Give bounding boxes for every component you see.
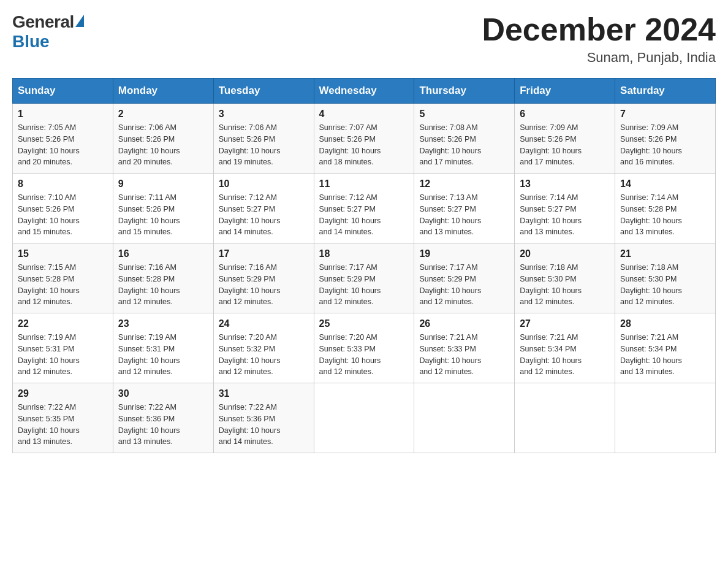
day-number: 1 <box>18 109 108 120</box>
col-sunday: Sunday <box>13 79 113 104</box>
table-row: 16 Sunrise: 7:16 AM Sunset: 5:28 PM Dayl… <box>113 243 213 313</box>
day-number: 31 <box>219 388 309 399</box>
day-info: Sunrise: 7:18 AM Sunset: 5:30 PM Dayligh… <box>520 262 610 308</box>
day-number: 4 <box>319 109 409 120</box>
day-info: Sunrise: 7:21 AM Sunset: 5:34 PM Dayligh… <box>620 332 710 378</box>
table-row: 27 Sunrise: 7:21 AM Sunset: 5:34 PM Dayl… <box>515 313 615 383</box>
day-info: Sunrise: 7:17 AM Sunset: 5:29 PM Dayligh… <box>419 262 509 308</box>
day-info: Sunrise: 7:16 AM Sunset: 5:28 PM Dayligh… <box>118 262 208 308</box>
table-row <box>515 383 615 453</box>
table-row: 30 Sunrise: 7:22 AM Sunset: 5:36 PM Dayl… <box>113 383 213 453</box>
table-row: 19 Sunrise: 7:17 AM Sunset: 5:29 PM Dayl… <box>414 243 515 313</box>
col-tuesday: Tuesday <box>213 79 314 104</box>
day-number: 27 <box>520 318 610 329</box>
day-number: 3 <box>219 109 309 120</box>
col-monday: Monday <box>113 79 213 104</box>
day-info: Sunrise: 7:05 AM Sunset: 5:26 PM Dayligh… <box>18 122 108 168</box>
day-info: Sunrise: 7:06 AM Sunset: 5:26 PM Dayligh… <box>118 122 208 168</box>
month-title: December 2024 <box>482 12 716 47</box>
day-info: Sunrise: 7:07 AM Sunset: 5:26 PM Dayligh… <box>319 122 409 168</box>
col-saturday: Saturday <box>615 79 716 104</box>
table-row: 18 Sunrise: 7:17 AM Sunset: 5:29 PM Dayl… <box>314 243 414 313</box>
day-number: 30 <box>118 388 208 399</box>
title-block: December 2024 Sunam, Punjab, India <box>482 12 716 66</box>
day-number: 7 <box>620 109 710 120</box>
calendar-table: Sunday Monday Tuesday Wednesday Thursday… <box>12 78 716 453</box>
col-wednesday: Wednesday <box>314 79 414 104</box>
table-row: 8 Sunrise: 7:10 AM Sunset: 5:26 PM Dayli… <box>13 174 113 243</box>
day-info: Sunrise: 7:11 AM Sunset: 5:26 PM Dayligh… <box>118 192 208 238</box>
table-row: 23 Sunrise: 7:19 AM Sunset: 5:31 PM Dayl… <box>113 313 213 383</box>
day-info: Sunrise: 7:21 AM Sunset: 5:34 PM Dayligh… <box>520 332 610 378</box>
table-row: 11 Sunrise: 7:12 AM Sunset: 5:27 PM Dayl… <box>314 174 414 243</box>
day-info: Sunrise: 7:12 AM Sunset: 5:27 PM Dayligh… <box>319 192 409 238</box>
day-info: Sunrise: 7:19 AM Sunset: 5:31 PM Dayligh… <box>118 332 208 378</box>
table-row <box>314 383 414 453</box>
day-number: 29 <box>18 388 108 399</box>
table-row: 26 Sunrise: 7:21 AM Sunset: 5:33 PM Dayl… <box>414 313 515 383</box>
table-row: 14 Sunrise: 7:14 AM Sunset: 5:28 PM Dayl… <box>615 174 716 243</box>
day-number: 8 <box>18 178 108 190</box>
day-info: Sunrise: 7:09 AM Sunset: 5:26 PM Dayligh… <box>620 122 710 168</box>
table-row: 20 Sunrise: 7:18 AM Sunset: 5:30 PM Dayl… <box>515 243 615 313</box>
table-row: 22 Sunrise: 7:19 AM Sunset: 5:31 PM Dayl… <box>13 313 113 383</box>
day-info: Sunrise: 7:22 AM Sunset: 5:35 PM Dayligh… <box>18 402 108 448</box>
logo-general-text: General <box>12 12 74 32</box>
day-info: Sunrise: 7:22 AM Sunset: 5:36 PM Dayligh… <box>219 402 309 448</box>
day-number: 28 <box>620 318 710 329</box>
table-row: 15 Sunrise: 7:15 AM Sunset: 5:28 PM Dayl… <box>13 243 113 313</box>
table-row: 5 Sunrise: 7:08 AM Sunset: 5:26 PM Dayli… <box>414 104 515 174</box>
col-friday: Friday <box>515 79 615 104</box>
logo: General Blue <box>12 12 84 52</box>
table-row: 28 Sunrise: 7:21 AM Sunset: 5:34 PM Dayl… <box>615 313 716 383</box>
day-number: 22 <box>18 318 108 329</box>
day-number: 13 <box>520 178 610 190</box>
day-number: 26 <box>419 318 509 329</box>
day-info: Sunrise: 7:17 AM Sunset: 5:29 PM Dayligh… <box>319 262 409 308</box>
day-number: 15 <box>18 248 108 259</box>
day-info: Sunrise: 7:20 AM Sunset: 5:33 PM Dayligh… <box>319 332 409 378</box>
day-info: Sunrise: 7:09 AM Sunset: 5:26 PM Dayligh… <box>520 122 610 168</box>
table-row: 2 Sunrise: 7:06 AM Sunset: 5:26 PM Dayli… <box>113 104 213 174</box>
table-row: 13 Sunrise: 7:14 AM Sunset: 5:27 PM Dayl… <box>515 174 615 243</box>
table-row: 9 Sunrise: 7:11 AM Sunset: 5:26 PM Dayli… <box>113 174 213 243</box>
day-number: 21 <box>620 248 710 259</box>
day-number: 11 <box>319 178 409 190</box>
day-number: 23 <box>118 318 208 329</box>
calendar-header: Sunday Monday Tuesday Wednesday Thursday… <box>13 79 716 104</box>
day-info: Sunrise: 7:06 AM Sunset: 5:26 PM Dayligh… <box>219 122 309 168</box>
day-info: Sunrise: 7:12 AM Sunset: 5:27 PM Dayligh… <box>219 192 309 238</box>
logo-blue-text: Blue <box>12 32 50 52</box>
table-row: 29 Sunrise: 7:22 AM Sunset: 5:35 PM Dayl… <box>13 383 113 453</box>
day-info: Sunrise: 7:20 AM Sunset: 5:32 PM Dayligh… <box>219 332 309 378</box>
location-text: Sunam, Punjab, India <box>482 50 716 66</box>
day-number: 19 <box>419 248 509 259</box>
day-info: Sunrise: 7:21 AM Sunset: 5:33 PM Dayligh… <box>419 332 509 378</box>
day-number: 18 <box>319 248 409 259</box>
day-info: Sunrise: 7:14 AM Sunset: 5:28 PM Dayligh… <box>620 192 710 238</box>
day-info: Sunrise: 7:16 AM Sunset: 5:29 PM Dayligh… <box>219 262 309 308</box>
day-info: Sunrise: 7:22 AM Sunset: 5:36 PM Dayligh… <box>118 402 208 448</box>
table-row: 24 Sunrise: 7:20 AM Sunset: 5:32 PM Dayl… <box>213 313 314 383</box>
day-number: 16 <box>118 248 208 259</box>
table-row: 21 Sunrise: 7:18 AM Sunset: 5:30 PM Dayl… <box>615 243 716 313</box>
page-header: General Blue December 2024 Sunam, Punjab… <box>12 12 716 66</box>
table-row: 4 Sunrise: 7:07 AM Sunset: 5:26 PM Dayli… <box>314 104 414 174</box>
table-row: 25 Sunrise: 7:20 AM Sunset: 5:33 PM Dayl… <box>314 313 414 383</box>
calendar-body: 1 Sunrise: 7:05 AM Sunset: 5:26 PM Dayli… <box>13 104 716 453</box>
table-row: 17 Sunrise: 7:16 AM Sunset: 5:29 PM Dayl… <box>213 243 314 313</box>
day-info: Sunrise: 7:15 AM Sunset: 5:28 PM Dayligh… <box>18 262 108 308</box>
col-thursday: Thursday <box>414 79 515 104</box>
day-number: 6 <box>520 109 610 120</box>
table-row: 7 Sunrise: 7:09 AM Sunset: 5:26 PM Dayli… <box>615 104 716 174</box>
day-info: Sunrise: 7:10 AM Sunset: 5:26 PM Dayligh… <box>18 192 108 238</box>
day-number: 17 <box>219 248 309 259</box>
day-info: Sunrise: 7:14 AM Sunset: 5:27 PM Dayligh… <box>520 192 610 238</box>
day-number: 25 <box>319 318 409 329</box>
day-number: 24 <box>219 318 309 329</box>
table-row: 10 Sunrise: 7:12 AM Sunset: 5:27 PM Dayl… <box>213 174 314 243</box>
day-info: Sunrise: 7:18 AM Sunset: 5:30 PM Dayligh… <box>620 262 710 308</box>
day-info: Sunrise: 7:13 AM Sunset: 5:27 PM Dayligh… <box>419 192 509 238</box>
table-row: 6 Sunrise: 7:09 AM Sunset: 5:26 PM Dayli… <box>515 104 615 174</box>
day-number: 10 <box>219 178 309 190</box>
